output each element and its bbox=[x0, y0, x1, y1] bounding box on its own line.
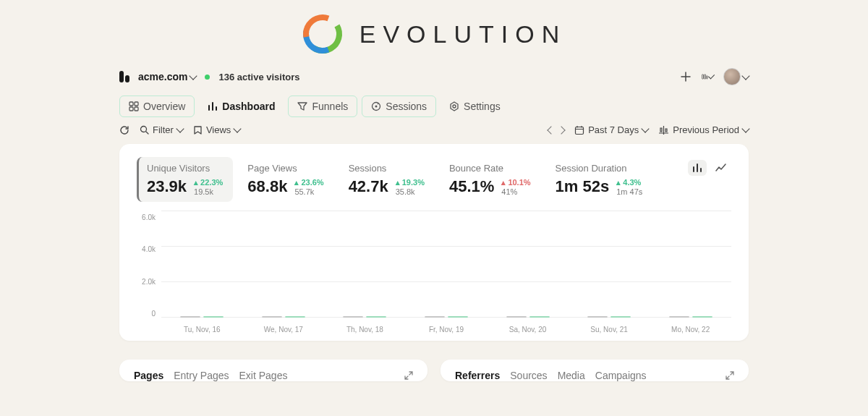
chart-plot: Tu, Nov, 16We, Nov, 17Th, Nov, 18Fr, Nov… bbox=[161, 211, 731, 334]
metric-value: 68.8k bbox=[247, 177, 287, 196]
metric-value: 45.1% bbox=[449, 177, 494, 196]
panel-tab-sources[interactable]: Sources bbox=[510, 370, 547, 381]
metric-session-duration[interactable]: Session Duration1m 52s▴ 4.3%1m 47s bbox=[545, 157, 653, 202]
svg-rect-7 bbox=[135, 102, 138, 106]
metric-value: 42.7k bbox=[349, 177, 388, 196]
chart-x-axis: Tu, Nov, 16We, Nov, 17Th, Nov, 18Fr, Nov… bbox=[161, 326, 731, 334]
tab-funnels[interactable]: Funnels bbox=[288, 95, 357, 117]
metric-value: 1m 52s bbox=[556, 177, 610, 196]
chart-card: Unique Visitors23.9k▴ 22.3%19.5kPage Vie… bbox=[119, 144, 749, 341]
bar-previous[interactable] bbox=[343, 316, 363, 318]
metric-bounce-rate[interactable]: Bounce Rate45.1%▴ 10.1%41% bbox=[439, 157, 541, 202]
next-range-button[interactable] bbox=[557, 126, 565, 134]
chevron-down-icon bbox=[190, 72, 197, 80]
metric-delta: ▴ 4.3% bbox=[616, 178, 641, 187]
settings-icon bbox=[449, 101, 459, 111]
metric-value: 23.9k bbox=[147, 177, 187, 196]
brand-logo-icon bbox=[302, 13, 344, 55]
tab-settings[interactable]: Settings bbox=[441, 96, 509, 116]
x-tick: Fr, Nov, 19 bbox=[412, 326, 481, 334]
bar-previous[interactable] bbox=[506, 316, 527, 318]
overview-icon bbox=[129, 101, 139, 111]
tab-sessions[interactable]: Sessions bbox=[362, 95, 436, 117]
bar-previous[interactable] bbox=[587, 316, 608, 318]
tab-label: Sessions bbox=[386, 101, 427, 112]
metric-prev: 19.5k bbox=[194, 187, 213, 196]
chart-type-line[interactable] bbox=[711, 161, 731, 175]
bar-group bbox=[493, 316, 562, 318]
bar-group bbox=[331, 316, 399, 318]
prev-range-button[interactable] bbox=[547, 126, 555, 134]
app-mark-icon bbox=[119, 71, 129, 82]
expand-icon[interactable] bbox=[404, 371, 413, 380]
tab-overview[interactable]: Overview bbox=[119, 95, 195, 117]
account-menu[interactable] bbox=[723, 68, 749, 85]
bar-previous[interactable] bbox=[180, 316, 200, 318]
bar-group bbox=[168, 316, 237, 318]
svg-point-14 bbox=[141, 127, 147, 132]
bar-previous[interactable] bbox=[262, 316, 282, 318]
bar-current[interactable] bbox=[610, 316, 631, 318]
compare-label: Previous Period bbox=[673, 124, 739, 135]
add-button[interactable] bbox=[680, 71, 692, 82]
avatar-icon bbox=[723, 68, 741, 85]
metric-label: Session Duration bbox=[556, 163, 643, 174]
panel-tab-campaigns[interactable]: Campaigns bbox=[595, 370, 647, 381]
tab-label: Overview bbox=[143, 101, 185, 112]
tab-dashboard[interactable]: Dashboard bbox=[199, 96, 284, 116]
panel-tab-referrers[interactable]: Referrers bbox=[455, 370, 500, 381]
metric-page-views[interactable]: Page Views68.8k▴ 23.6%55.7k bbox=[237, 157, 333, 202]
brand-name: EVOLUTION bbox=[359, 20, 566, 48]
svg-rect-6 bbox=[129, 102, 133, 106]
panel-tab-entry-pages[interactable]: Entry Pages bbox=[174, 370, 229, 381]
metric-prev: 41% bbox=[501, 187, 517, 196]
svg-point-13 bbox=[453, 105, 456, 108]
funnels-icon bbox=[297, 101, 307, 111]
x-tick: Sa, Nov, 20 bbox=[493, 326, 562, 334]
bar-previous[interactable] bbox=[669, 316, 689, 318]
pages-panel: PagesEntry PagesExit Pages bbox=[119, 360, 427, 381]
chevron-down-icon bbox=[741, 124, 749, 132]
bar-group bbox=[250, 316, 318, 318]
filter-label: Filter bbox=[153, 124, 174, 135]
views-button[interactable]: Views bbox=[193, 124, 240, 135]
filter-button[interactable]: Filter bbox=[140, 124, 183, 135]
panel-tab-media[interactable]: Media bbox=[558, 370, 585, 381]
referrers-panel: ReferrersSourcesMediaCampaigns bbox=[441, 360, 749, 381]
chart-y-axis: 6.0k4.0k2.0k0 bbox=[137, 211, 161, 334]
date-range-button[interactable]: Past 7 Days bbox=[574, 124, 648, 135]
bar-current[interactable] bbox=[448, 316, 468, 318]
refresh-button[interactable] bbox=[119, 125, 129, 135]
x-tick: Su, Nov, 21 bbox=[575, 326, 644, 334]
tab-label: Dashboard bbox=[222, 101, 275, 112]
expand-icon[interactable] bbox=[726, 371, 734, 380]
metric-delta: ▴ 23.6% bbox=[294, 178, 323, 187]
chevron-down-icon bbox=[176, 124, 184, 132]
x-tick: Mo, Nov, 22 bbox=[656, 326, 725, 334]
panel-tab-exit-pages[interactable]: Exit Pages bbox=[239, 370, 288, 381]
site-selector[interactable]: acme.com bbox=[138, 71, 196, 82]
metric-unique-visitors[interactable]: Unique Visitors23.9k▴ 22.3%19.5k bbox=[137, 157, 233, 202]
metric-sessions[interactable]: Sessions42.7k▴ 19.3%35.8k bbox=[339, 157, 435, 202]
bar-current[interactable] bbox=[366, 316, 386, 318]
svg-point-11 bbox=[375, 106, 378, 108]
chevron-down-icon bbox=[234, 124, 242, 132]
metric-delta: ▴ 19.3% bbox=[396, 178, 425, 187]
compare-button[interactable]: Previous Period bbox=[658, 124, 749, 135]
chart-type-bar[interactable] bbox=[688, 160, 707, 176]
nav-tabs: OverviewDashboardFunnelsSessionsSettings bbox=[119, 95, 749, 117]
columns-button[interactable] bbox=[702, 71, 713, 82]
dashboard-icon bbox=[208, 101, 218, 111]
metric-prev: 35.8k bbox=[396, 187, 415, 196]
bar-current[interactable] bbox=[692, 316, 712, 318]
x-tick: Tu, Nov, 16 bbox=[168, 326, 237, 334]
panel-tab-pages[interactable]: Pages bbox=[134, 370, 163, 381]
tab-label: Settings bbox=[464, 101, 501, 112]
metric-label: Page Views bbox=[247, 163, 323, 174]
svg-rect-8 bbox=[129, 107, 133, 111]
bar-current[interactable] bbox=[203, 316, 224, 318]
bar-previous[interactable] bbox=[425, 316, 445, 318]
metric-delta: ▴ 22.3% bbox=[194, 178, 223, 187]
bar-current[interactable] bbox=[285, 316, 305, 318]
bar-current[interactable] bbox=[529, 316, 550, 318]
